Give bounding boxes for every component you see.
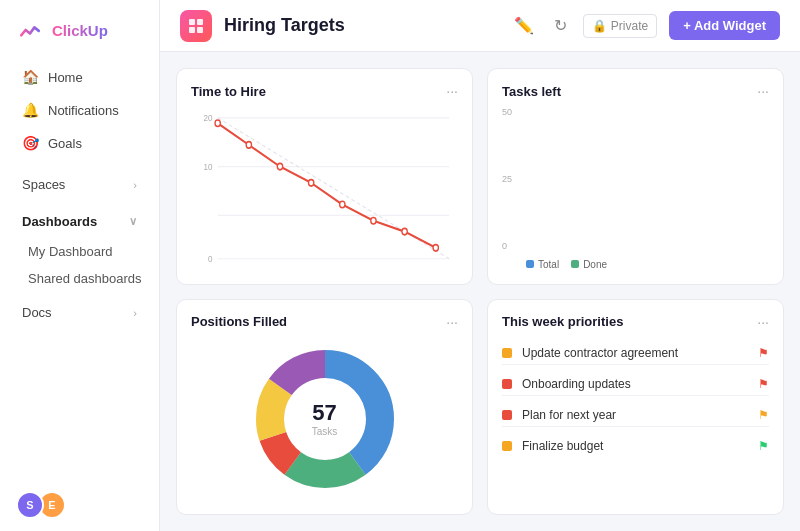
legend-done-label: Done xyxy=(583,259,607,270)
priority-item-4: Finalize budget ⚑ xyxy=(502,435,769,457)
priority-dot xyxy=(502,441,512,451)
sidebar-item-goals[interactable]: 🎯 Goals xyxy=(6,127,153,159)
widget-title: Time to Hire xyxy=(191,84,266,99)
chart-y-axis: 50 25 0 xyxy=(502,107,512,255)
widget-header: Time to Hire ··· xyxy=(191,83,458,99)
dashboard-grid: Time to Hire ··· 20 10 0 xyxy=(160,52,800,531)
bar-chart-container: 50 25 0 xyxy=(502,107,769,270)
sidebar-item-label: Goals xyxy=(48,136,82,151)
widget-header: This week priorities ··· xyxy=(502,314,769,330)
donut-number: 57 xyxy=(312,400,336,426)
sidebar-nav: 🏠 Home 🔔 Notifications 🎯 Goals Spaces › … xyxy=(0,56,159,479)
priority-item-3: Plan for next year ⚑ xyxy=(502,404,769,427)
svg-rect-2 xyxy=(197,19,203,25)
goals-icon: 🎯 xyxy=(22,135,38,151)
avatar-group[interactable]: S E xyxy=(16,491,66,519)
svg-point-18 xyxy=(371,218,376,225)
avatar-s: S xyxy=(16,491,44,519)
legend-total: Total xyxy=(526,259,559,270)
priority-dot xyxy=(502,348,512,358)
legend-dot-green xyxy=(571,260,579,268)
svg-point-15 xyxy=(277,163,282,170)
lock-icon: 🔒 xyxy=(592,19,607,33)
widget-time-to-hire: Time to Hire ··· 20 10 0 xyxy=(176,68,473,285)
widget-header: Tasks left ··· xyxy=(502,83,769,99)
sidebar-item-dashboards[interactable]: Dashboards ∨ xyxy=(6,206,153,237)
sidebar-subitem-label: Shared dashboards xyxy=(28,271,141,286)
widget-menu-icon[interactable]: ··· xyxy=(757,314,769,330)
chevron-down-icon: ∨ xyxy=(129,215,137,228)
widget-tasks-left: Tasks left ··· 50 25 0 xyxy=(487,68,784,285)
priority-text: Plan for next year xyxy=(522,408,748,422)
chart-legend: Total Done xyxy=(502,255,769,270)
legend-total-label: Total xyxy=(538,259,559,270)
sidebar-item-shared-dashboards[interactable]: Shared dashboards xyxy=(0,265,159,292)
page-icon xyxy=(180,10,212,42)
svg-text:20: 20 xyxy=(203,112,212,123)
sidebar-item-my-dashboard[interactable]: My Dashboard xyxy=(0,238,159,265)
legend-done: Done xyxy=(571,259,607,270)
chevron-right-icon: › xyxy=(133,307,137,319)
widget-title: Tasks left xyxy=(502,84,561,99)
donut-container: 57 Tasks xyxy=(191,338,458,501)
svg-point-14 xyxy=(246,142,251,149)
flag-icon: ⚑ xyxy=(758,346,769,360)
flag-icon: ⚑ xyxy=(758,408,769,422)
donut-center: 57 Tasks xyxy=(312,400,338,437)
svg-text:0: 0 xyxy=(208,253,212,264)
logo[interactable]: ClickUp xyxy=(0,0,159,56)
priority-text: Update contractor agreement xyxy=(522,346,748,360)
sidebar-subitem-label: My Dashboard xyxy=(28,244,113,259)
home-icon: 🏠 xyxy=(22,69,38,85)
private-label: Private xyxy=(611,19,648,33)
widget-title: Positions Filled xyxy=(191,314,287,329)
bell-icon: 🔔 xyxy=(22,102,38,118)
svg-point-19 xyxy=(402,228,407,235)
priorities-list: Update contractor agreement ⚑ Onboarding… xyxy=(502,338,769,501)
priority-text: Onboarding updates xyxy=(522,377,748,391)
private-badge[interactable]: 🔒 Private xyxy=(583,14,657,38)
sidebar-item-spaces[interactable]: Spaces › xyxy=(6,169,153,200)
widget-priorities: This week priorities ··· Update contract… xyxy=(487,299,784,516)
widget-menu-icon[interactable]: ··· xyxy=(757,83,769,99)
widget-title: This week priorities xyxy=(502,314,623,329)
svg-rect-0 xyxy=(16,16,44,44)
chevron-right-icon: › xyxy=(133,179,137,191)
line-chart-svg: 20 10 0 xyxy=(191,107,458,270)
logo-text: ClickUp xyxy=(52,22,108,39)
svg-rect-1 xyxy=(189,19,195,25)
bar-chart-area: 50 25 0 xyxy=(502,107,769,255)
priority-item-1: Update contractor agreement ⚑ xyxy=(502,342,769,365)
priority-dot xyxy=(502,410,512,420)
donut-label: Tasks xyxy=(312,426,338,437)
sidebar-spaces-label: Spaces xyxy=(22,177,65,192)
edit-button[interactable]: ✏️ xyxy=(510,12,538,39)
widget-menu-icon[interactable]: ··· xyxy=(446,314,458,330)
widget-menu-icon[interactable]: ··· xyxy=(446,83,458,99)
add-widget-button[interactable]: + Add Widget xyxy=(669,11,780,40)
sidebar-item-home[interactable]: 🏠 Home xyxy=(6,61,153,93)
svg-rect-3 xyxy=(189,27,195,33)
sidebar-footer: S E xyxy=(0,479,159,531)
sidebar-dashboards-label: Dashboards xyxy=(22,214,97,229)
svg-point-13 xyxy=(215,120,220,127)
priority-text: Finalize budget xyxy=(522,439,748,453)
page-title: Hiring Targets xyxy=(224,15,498,36)
svg-point-20 xyxy=(433,245,438,252)
sidebar-item-notifications[interactable]: 🔔 Notifications xyxy=(6,94,153,126)
sidebar-item-docs[interactable]: Docs › xyxy=(6,297,153,328)
widget-positions-filled: Positions Filled ··· xyxy=(176,299,473,516)
refresh-button[interactable]: ↻ xyxy=(550,12,571,39)
legend-dot-blue xyxy=(526,260,534,268)
page-header: Hiring Targets ✏️ ↻ 🔒 Private + Add Widg… xyxy=(160,0,800,52)
flag-icon: ⚑ xyxy=(758,377,769,391)
clickup-logo-icon xyxy=(16,16,44,44)
svg-text:10: 10 xyxy=(203,161,212,172)
svg-rect-4 xyxy=(197,27,203,33)
sidebar-item-label: Home xyxy=(48,70,83,85)
main-content: Hiring Targets ✏️ ↻ 🔒 Private + Add Widg… xyxy=(160,0,800,531)
line-chart-area: 20 10 0 xyxy=(191,107,458,270)
widget-header: Positions Filled ··· xyxy=(191,314,458,330)
sidebar-docs-label: Docs xyxy=(22,305,52,320)
flag-icon: ⚑ xyxy=(758,439,769,453)
